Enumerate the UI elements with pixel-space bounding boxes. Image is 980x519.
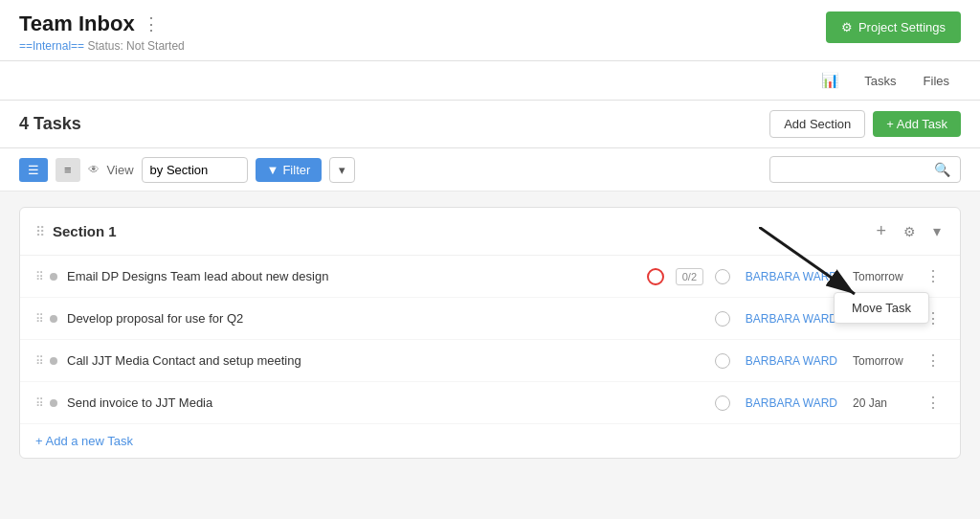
section-drag-handle[interactable]: ⠿: [35, 224, 45, 239]
add-section-button[interactable]: Add Section: [769, 110, 865, 138]
task-assignee: BARBARA WARD: [742, 270, 837, 283]
task-badge: 0/2: [676, 268, 703, 285]
task-dot: [50, 357, 57, 365]
search-input[interactable]: [780, 163, 928, 177]
filter-label: Filter: [282, 163, 310, 177]
task-dot: [50, 315, 57, 323]
tab-files[interactable]: Files: [912, 69, 961, 93]
section-settings-button[interactable]: ⚙: [900, 222, 920, 241]
task-menu-button[interactable]: ⋮: [922, 392, 945, 414]
task-name: Develop proposal for use for Q2: [67, 311, 715, 326]
filter-icon: ▼: [267, 163, 279, 177]
task-assignee: BARBARA WARD: [742, 354, 837, 368]
view-list-button[interactable]: ☰: [19, 158, 48, 182]
view-icon: 👁: [88, 163, 100, 176]
task-count: 4 Tasks: [19, 114, 81, 134]
nav-tabs: 📊 Tasks Files: [0, 61, 980, 101]
section-collapse-button[interactable]: ▾: [929, 220, 945, 242]
task-checkbox[interactable]: [715, 269, 730, 284]
task-drag-handle[interactable]: ⠿: [35, 312, 44, 326]
section-container: ⠿ Section 1 + ⚙ ▾ ⠿ Email DP Designs Tea…: [19, 207, 961, 459]
view-label: View: [107, 163, 134, 177]
task-checkbox[interactable]: [715, 395, 730, 411]
task-drag-handle[interactable]: ⠿: [35, 396, 44, 410]
move-task-label[interactable]: Move Task: [852, 301, 911, 315]
tab-chart[interactable]: 📊: [812, 67, 849, 94]
add-new-task-link[interactable]: + Add a new Task: [20, 424, 960, 458]
section-header: ⠿ Section 1 + ⚙ ▾: [20, 208, 960, 256]
task-menu-button[interactable]: ⋮: [922, 350, 945, 372]
status-label: Status: Not Started: [84, 39, 185, 53]
table-row: ⠿ Send invoice to JJT Media BARBARA WARD…: [20, 382, 960, 424]
task-assignee: BARBARA WARD: [742, 396, 837, 410]
task-name: Email DP Designs Team lead about new des…: [67, 269, 647, 283]
table-row: ⠿ Develop proposal for use for Q2 BARBAR…: [20, 298, 960, 340]
view-bar-button[interactable]: ≡: [56, 158, 80, 182]
table-row: ⠿ Email DP Designs Team lead about new d…: [20, 256, 960, 298]
project-settings-button[interactable]: ⚙ Project Settings: [826, 11, 961, 43]
task-assignee: BARBARA WARD: [742, 312, 837, 326]
table-row: ⠿ Call JJT Media Contact and setup meeti…: [20, 340, 960, 382]
files-tab-label: Files: [924, 74, 949, 88]
red-circle-indicator: [647, 268, 664, 285]
task-name: Send invoice to JJT Media: [67, 395, 715, 410]
chevron-down-icon: ▾: [339, 163, 345, 177]
chart-icon: 📊: [821, 72, 839, 88]
task-dot: [50, 399, 57, 407]
project-menu-icon[interactable]: ⋮: [143, 13, 160, 34]
more-filters-button[interactable]: ▾: [329, 157, 355, 183]
section-add-task-button[interactable]: +: [872, 219, 890, 243]
task-drag-handle[interactable]: ⠿: [35, 270, 44, 283]
filters-bar: ☰ ≡ 👁 View by Section by Assignee by Due…: [0, 148, 980, 192]
task-date: Tomorrow: [853, 270, 910, 283]
search-icon: 🔍: [934, 162, 950, 177]
task-date: Tomorrow: [853, 354, 910, 368]
add-task-label: + Add Task: [886, 117, 947, 131]
toolbar: 4 Tasks Add Section + Add Task: [0, 101, 980, 148]
view-select[interactable]: by Section by Assignee by Due Date: [142, 157, 248, 183]
task-drag-handle[interactable]: ⠿: [35, 354, 44, 368]
search-box: 🔍: [769, 156, 961, 183]
project-subtitle: ==Internal== Status: Not Started: [19, 39, 185, 53]
project-title: Team Inbox: [19, 11, 135, 36]
header: Team Inbox ⋮ ==Internal== Status: Not St…: [0, 0, 980, 61]
tasks-tab-label: Tasks: [864, 74, 896, 88]
internal-label: ==Internal==: [19, 39, 84, 53]
move-task-popup: Move Task: [834, 292, 929, 324]
gear-icon: ⚙: [841, 20, 853, 34]
task-menu-button[interactable]: ⋮: [922, 265, 945, 287]
filter-button[interactable]: ▼ Filter: [256, 158, 323, 182]
task-date: 20 Jan: [853, 396, 910, 410]
main-content: ⠿ Section 1 + ⚙ ▾ ⠿ Email DP Designs Tea…: [0, 192, 980, 489]
task-name: Call JJT Media Contact and setup meeting: [67, 353, 715, 368]
task-checkbox[interactable]: [715, 311, 730, 327]
header-left: Team Inbox ⋮ ==Internal== Status: Not St…: [19, 11, 185, 53]
tab-tasks[interactable]: Tasks: [853, 69, 907, 93]
add-section-label: Add Section: [784, 117, 851, 131]
task-dot: [50, 273, 57, 281]
add-task-button[interactable]: + Add Task: [873, 111, 961, 137]
section-title: Section 1: [53, 223, 872, 239]
project-settings-label: Project Settings: [858, 20, 946, 34]
task-checkbox[interactable]: [715, 353, 730, 369]
